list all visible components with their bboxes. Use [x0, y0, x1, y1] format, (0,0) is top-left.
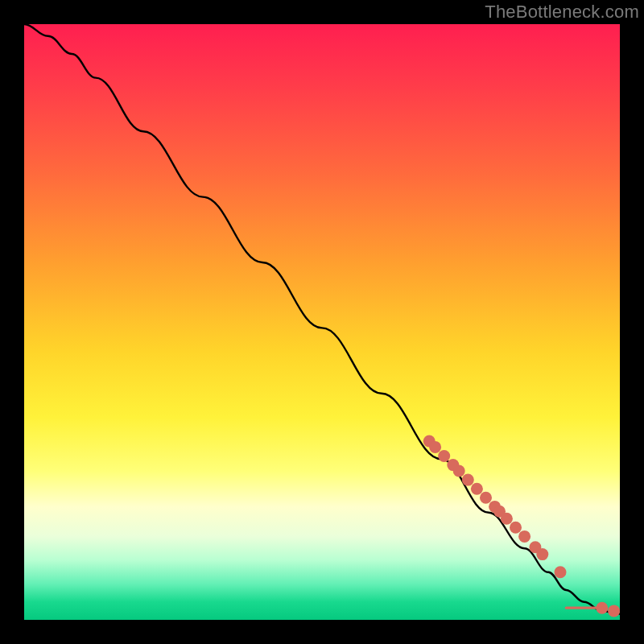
- plot-area: [24, 24, 620, 620]
- data-marker: [429, 441, 441, 453]
- markers-group: [423, 436, 620, 617]
- data-marker: [518, 530, 530, 543]
- data-marker: [453, 465, 465, 477]
- data-marker: [438, 450, 450, 462]
- chart-frame: TheBottleneck.com: [0, 0, 644, 644]
- curve-line: [24, 24, 620, 614]
- data-marker: [608, 605, 620, 617]
- data-marker: [471, 483, 483, 495]
- data-marker: [480, 492, 492, 504]
- watermark-text: TheBottleneck.com: [485, 2, 639, 23]
- data-marker: [501, 513, 513, 525]
- data-marker: [462, 474, 474, 486]
- data-marker: [536, 548, 548, 560]
- chart-svg: [24, 24, 620, 620]
- data-marker: [555, 566, 567, 578]
- data-marker: [510, 522, 522, 534]
